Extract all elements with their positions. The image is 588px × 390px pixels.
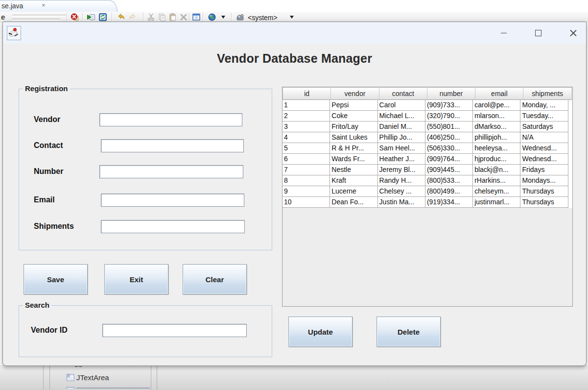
table-cell: Frito/Lay (330, 122, 377, 132)
contact-label: Contact (34, 141, 63, 150)
table-row[interactable]: 8KraftRandy H...(800)533...rHarkins...Mo… (282, 175, 572, 186)
table-cell: (506)330... (425, 143, 473, 154)
vendor-field[interactable] (99, 113, 242, 126)
table-cell: Sam Heel... (378, 143, 425, 154)
exit-button[interactable]: Exit (104, 264, 168, 294)
table-cell: 5 (282, 143, 330, 154)
redo-icon[interactable] (128, 13, 137, 22)
table-cell: 3 (282, 122, 330, 132)
table-row[interactable]: 10Dean Fo...Justin Ma...(919)334...justi… (282, 197, 572, 208)
table-row[interactable]: 1PepsiCarol(909)733...carol@pe...Monday,… (282, 100, 572, 111)
table-cell: rHarkins... (473, 175, 520, 186)
table-column-header[interactable]: email (475, 87, 523, 100)
palette-item-jtextarea[interactable]: JTextArea (67, 372, 109, 382)
page-title: Vendor Database Manager (3, 51, 586, 66)
table-cell: (909)733... (425, 100, 473, 111)
table-cell: Lucerne (330, 186, 377, 197)
table-cell: (919)334... (425, 197, 473, 208)
shipments-field[interactable] (101, 220, 245, 233)
palette-sash[interactable] (157, 365, 157, 390)
table-column-header[interactable]: contact (379, 87, 427, 100)
vendor-table[interactable]: idvendorcontactnumberemailshipments 1Pep… (282, 87, 573, 307)
cut-icon[interactable] (147, 13, 156, 22)
table-cell: mlarson... (473, 111, 520, 122)
clear-button[interactable]: Clear (183, 264, 247, 294)
table-cell: heeleysa... (473, 143, 520, 154)
terminate-icon[interactable] (71, 13, 79, 22)
table-column-header[interactable]: vendor (331, 87, 379, 100)
table-column-header[interactable]: number (427, 87, 475, 100)
java-app-icon (7, 26, 21, 40)
table-cell: Wednesd... (520, 154, 568, 165)
eclipse-palette-strip: gg JTextArea (0, 365, 588, 390)
table-cell: (320)790... (425, 111, 473, 122)
table-cell: 7 (282, 165, 330, 175)
email-field[interactable] (101, 194, 244, 207)
system-jre-icon[interactable] (236, 13, 245, 22)
toolbar-separator (112, 13, 113, 22)
table-cell: Carol (378, 100, 425, 111)
web-browser-icon[interactable] (208, 13, 216, 22)
table-cell: Daniel M... (378, 122, 425, 132)
eclipse-tab-bar: se.java × (0, 0, 588, 12)
table-cell: Justin Ma... (378, 197, 425, 208)
copy-icon[interactable] (158, 13, 166, 22)
browser-dropdown-icon[interactable] (221, 16, 225, 19)
close-button[interactable] (562, 25, 585, 41)
table-cell: Saint Lukes (330, 132, 377, 143)
table-row[interactable]: 9LucerneChelsey ...(800)499...chelseym..… (282, 186, 572, 197)
table-cell: (909)445... (425, 165, 473, 175)
table-row[interactable]: 6Wards Fr...Heather J...(909)764...hjpro… (282, 154, 572, 165)
title-bar[interactable] (3, 22, 586, 44)
jre-selector-label[interactable]: <system> (248, 14, 278, 22)
palette-item-fragment (67, 387, 153, 389)
save-button[interactable]: Save (24, 264, 88, 294)
toolbar-separator (203, 13, 204, 22)
table-column-header[interactable]: shipments (523, 87, 571, 100)
contact-field[interactable] (101, 139, 244, 152)
palette-item-label: JTextArea (76, 373, 109, 382)
table-cell: (909)764... (425, 154, 473, 165)
toolbar-separator (82, 13, 83, 22)
table-row[interactable]: 2CokeMichael L...(320)790...mlarson...Tu… (282, 111, 572, 122)
vendor-id-field[interactable] (102, 324, 247, 337)
table-cell: (800)533... (425, 175, 473, 186)
toolbar-separator (231, 13, 232, 22)
editor-tab-label: se.java (1, 2, 23, 10)
paste-icon[interactable] (168, 13, 177, 22)
update-button[interactable]: Update (288, 317, 353, 347)
table-cell: Pepsi (330, 100, 377, 111)
undo-icon[interactable] (117, 13, 125, 22)
table-cell: R & H Pr... (330, 143, 377, 154)
number-field[interactable] (99, 165, 243, 178)
table-cell: 8 (282, 175, 330, 186)
maximize-button[interactable] (527, 25, 549, 41)
table-cell: Coke (330, 111, 377, 122)
jre-dropdown-icon[interactable] (290, 16, 294, 19)
table-cell: 6 (282, 154, 330, 165)
table-cell: Jeremy Bl... (378, 165, 425, 175)
registration-group-title: Registration (23, 84, 70, 93)
table-cell: Heather J... (378, 154, 425, 165)
shipments-label: Shipments (34, 222, 74, 231)
table-cell: chelseym... (473, 186, 520, 197)
table-cell: hjproduc... (473, 154, 520, 165)
delete-icon[interactable] (179, 13, 188, 22)
minimize-button[interactable] (493, 25, 515, 41)
run-icon[interactable] (87, 13, 95, 22)
table-cell: Kraft (330, 175, 377, 186)
number-label: Number (34, 167, 63, 176)
delete-row-button[interactable]: Delete (376, 317, 441, 347)
editor-tab[interactable]: se.java × (0, 0, 118, 12)
table-row[interactable]: 7NestleJeremy Bl...(909)445...blackj@n..… (282, 165, 572, 175)
tab-close-icon[interactable]: × (42, 1, 46, 9)
coolbar-handle (12, 19, 60, 21)
table-row[interactable]: 4Saint LukesPhillip Jo...(406)250...phil… (282, 132, 572, 143)
table-cell: Saturdays (520, 122, 568, 132)
table-row[interactable]: 5R & H Pr...Sam Heel...(506)330...heeley… (282, 143, 572, 154)
new-window-icon[interactable] (192, 13, 201, 22)
palette-border (151, 365, 151, 390)
table-column-header[interactable]: id (282, 87, 331, 100)
relaunch-icon[interactable] (98, 13, 107, 22)
table-row[interactable]: 3Frito/LayDaniel M...(550)801...dMarkso.… (282, 122, 572, 132)
